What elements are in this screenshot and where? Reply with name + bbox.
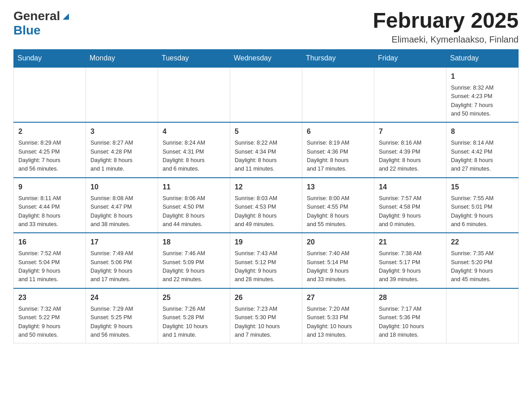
calendar-cell	[446, 288, 519, 343]
col-thursday: Thursday	[302, 49, 374, 67]
day-info: Sunrise: 7:49 AMSunset: 5:06 PMDaylight:…	[90, 249, 153, 284]
day-number: 9	[18, 182, 81, 193]
calendar-cell: 15Sunrise: 7:55 AMSunset: 5:01 PMDayligh…	[446, 178, 519, 233]
col-saturday: Saturday	[446, 49, 519, 67]
calendar-body: 1Sunrise: 8:32 AMSunset: 4:23 PMDaylight…	[14, 67, 519, 343]
day-info: Sunrise: 8:14 AMSunset: 4:42 PMDaylight:…	[451, 139, 514, 174]
col-wednesday: Wednesday	[230, 49, 302, 67]
days-of-week-row: Sunday Monday Tuesday Wednesday Thursday…	[14, 49, 519, 67]
svg-marker-0	[63, 13, 69, 20]
col-monday: Monday	[86, 49, 158, 67]
calendar-header: Sunday Monday Tuesday Wednesday Thursday…	[14, 49, 519, 67]
calendar-cell: 7Sunrise: 8:16 AMSunset: 4:39 PMDaylight…	[374, 122, 446, 178]
day-number: 5	[235, 126, 297, 137]
day-info: Sunrise: 7:52 AMSunset: 5:04 PMDaylight:…	[18, 249, 81, 284]
day-number: 27	[307, 292, 369, 303]
col-sunday: Sunday	[14, 49, 86, 67]
day-number: 7	[379, 126, 442, 137]
day-number: 25	[163, 292, 225, 303]
day-number: 17	[90, 237, 153, 248]
calendar-cell: 11Sunrise: 8:06 AMSunset: 4:50 PMDayligh…	[158, 178, 230, 233]
calendar-cell	[374, 67, 446, 123]
day-number: 21	[379, 237, 442, 248]
calendar-cell: 3Sunrise: 8:27 AMSunset: 4:28 PMDaylight…	[86, 122, 158, 178]
day-info: Sunrise: 8:08 AMSunset: 4:47 PMDaylight:…	[90, 194, 153, 229]
calendar-week-1: 1Sunrise: 8:32 AMSunset: 4:23 PMDaylight…	[14, 67, 519, 123]
calendar-week-2: 2Sunrise: 8:29 AMSunset: 4:25 PMDaylight…	[14, 122, 519, 178]
day-info: Sunrise: 8:00 AMSunset: 4:55 PMDaylight:…	[307, 194, 369, 229]
day-number: 23	[18, 292, 81, 303]
calendar-cell: 19Sunrise: 7:43 AMSunset: 5:12 PMDayligh…	[230, 233, 302, 288]
day-info: Sunrise: 7:43 AMSunset: 5:12 PMDaylight:…	[235, 249, 297, 284]
day-info: Sunrise: 8:06 AMSunset: 4:50 PMDaylight:…	[163, 194, 225, 229]
day-info: Sunrise: 7:57 AMSunset: 4:58 PMDaylight:…	[379, 194, 442, 229]
calendar-cell	[230, 67, 302, 123]
calendar-cell: 25Sunrise: 7:26 AMSunset: 5:28 PMDayligh…	[158, 288, 230, 343]
day-number: 15	[451, 182, 514, 193]
day-number: 18	[163, 237, 225, 248]
day-number: 8	[451, 126, 514, 137]
calendar-cell: 17Sunrise: 7:49 AMSunset: 5:06 PMDayligh…	[86, 233, 158, 288]
calendar-cell: 5Sunrise: 8:22 AMSunset: 4:34 PMDaylight…	[230, 122, 302, 178]
calendar-cell: 20Sunrise: 7:40 AMSunset: 5:14 PMDayligh…	[302, 233, 374, 288]
logo-general-text: General	[13, 9, 60, 23]
calendar-cell: 28Sunrise: 7:17 AMSunset: 5:36 PMDayligh…	[374, 288, 446, 343]
page-header: General Blue February 2025 Elimaeki, Kym…	[13, 9, 519, 45]
calendar-cell: 6Sunrise: 8:19 AMSunset: 4:36 PMDaylight…	[302, 122, 374, 178]
day-info: Sunrise: 8:16 AMSunset: 4:39 PMDaylight:…	[379, 139, 442, 174]
day-info: Sunrise: 7:17 AMSunset: 5:36 PMDaylight:…	[379, 305, 442, 340]
calendar-cell	[14, 67, 86, 123]
day-info: Sunrise: 8:11 AMSunset: 4:44 PMDaylight:…	[18, 194, 81, 229]
day-info: Sunrise: 7:46 AMSunset: 5:09 PMDaylight:…	[163, 249, 225, 284]
day-number: 24	[90, 292, 153, 303]
day-info: Sunrise: 7:55 AMSunset: 5:01 PMDaylight:…	[451, 194, 514, 229]
day-info: Sunrise: 7:38 AMSunset: 5:17 PMDaylight:…	[379, 249, 442, 284]
day-info: Sunrise: 8:29 AMSunset: 4:25 PMDaylight:…	[18, 139, 81, 174]
calendar-week-4: 16Sunrise: 7:52 AMSunset: 5:04 PMDayligh…	[14, 233, 519, 288]
day-info: Sunrise: 7:23 AMSunset: 5:30 PMDaylight:…	[235, 305, 297, 340]
calendar-cell: 23Sunrise: 7:32 AMSunset: 5:22 PMDayligh…	[14, 288, 86, 343]
day-info: Sunrise: 8:03 AMSunset: 4:53 PMDaylight:…	[235, 194, 297, 229]
calendar-cell: 9Sunrise: 8:11 AMSunset: 4:44 PMDaylight…	[14, 178, 86, 233]
calendar-cell: 1Sunrise: 8:32 AMSunset: 4:23 PMDaylight…	[446, 67, 519, 123]
day-info: Sunrise: 7:20 AMSunset: 5:33 PMDaylight:…	[307, 305, 369, 340]
day-number: 28	[379, 292, 442, 303]
day-number: 14	[379, 182, 442, 193]
calendar-cell: 8Sunrise: 8:14 AMSunset: 4:42 PMDaylight…	[446, 122, 519, 178]
day-info: Sunrise: 8:22 AMSunset: 4:34 PMDaylight:…	[235, 139, 297, 174]
day-number: 2	[18, 126, 81, 137]
calendar-cell	[158, 67, 230, 123]
day-info: Sunrise: 7:35 AMSunset: 5:20 PMDaylight:…	[451, 249, 514, 284]
calendar-cell: 16Sunrise: 7:52 AMSunset: 5:04 PMDayligh…	[14, 233, 86, 288]
day-number: 19	[235, 237, 297, 248]
calendar-week-5: 23Sunrise: 7:32 AMSunset: 5:22 PMDayligh…	[14, 288, 519, 343]
day-info: Sunrise: 8:19 AMSunset: 4:36 PMDaylight:…	[307, 139, 369, 174]
day-info: Sunrise: 7:26 AMSunset: 5:28 PMDaylight:…	[163, 305, 225, 340]
logo-triangle-icon	[61, 12, 71, 21]
calendar-cell: 4Sunrise: 8:24 AMSunset: 4:31 PMDaylight…	[158, 122, 230, 178]
col-friday: Friday	[374, 49, 446, 67]
day-info: Sunrise: 8:24 AMSunset: 4:31 PMDaylight:…	[163, 139, 225, 174]
day-number: 10	[90, 182, 153, 193]
day-number: 22	[451, 237, 514, 248]
calendar-table: Sunday Monday Tuesday Wednesday Thursday…	[13, 49, 519, 344]
day-number: 13	[307, 182, 369, 193]
day-info: Sunrise: 8:27 AMSunset: 4:28 PMDaylight:…	[90, 139, 153, 174]
calendar-cell: 18Sunrise: 7:46 AMSunset: 5:09 PMDayligh…	[158, 233, 230, 288]
calendar-cell	[302, 67, 374, 123]
calendar-subtitle: Elimaeki, Kymenlaakso, Finland	[373, 34, 519, 45]
calendar-week-3: 9Sunrise: 8:11 AMSunset: 4:44 PMDaylight…	[14, 178, 519, 233]
logo-blue-text: Blue	[13, 23, 41, 37]
day-number: 6	[307, 126, 369, 137]
calendar-cell: 26Sunrise: 7:23 AMSunset: 5:30 PMDayligh…	[230, 288, 302, 343]
day-number: 20	[307, 237, 369, 248]
calendar-cell	[86, 67, 158, 123]
day-info: Sunrise: 7:32 AMSunset: 5:22 PMDaylight:…	[18, 305, 81, 340]
day-info: Sunrise: 7:29 AMSunset: 5:25 PMDaylight:…	[90, 305, 153, 340]
col-tuesday: Tuesday	[158, 49, 230, 67]
calendar-cell: 13Sunrise: 8:00 AMSunset: 4:55 PMDayligh…	[302, 178, 374, 233]
logo: General Blue	[13, 9, 71, 38]
calendar-title: February 2025	[373, 9, 519, 33]
day-number: 12	[235, 182, 297, 193]
calendar-cell: 10Sunrise: 8:08 AMSunset: 4:47 PMDayligh…	[86, 178, 158, 233]
